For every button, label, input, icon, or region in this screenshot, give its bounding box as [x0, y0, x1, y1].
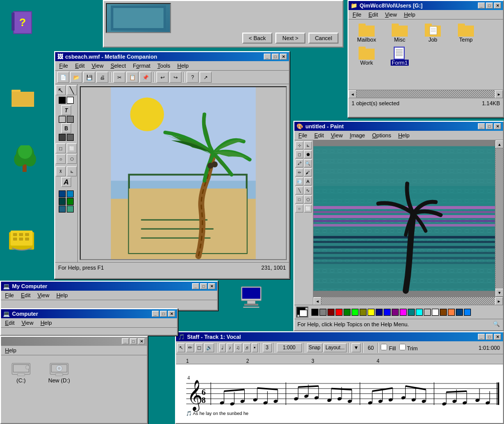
staff-snap-btn[interactable]: Snap [307, 343, 322, 352]
mc1-menu-help[interactable]: Help [53, 292, 71, 299]
mc1-menu-view[interactable]: View [35, 292, 53, 299]
paint-menu-help[interactable]: Help [395, 132, 413, 139]
mc3-menu-help[interactable]: Help [2, 347, 20, 354]
bg-color[interactable] [299, 310, 307, 317]
scroll-left-btn2[interactable]: ◄ [313, 297, 321, 305]
mycomputer2-minimize-btn[interactable]: _ [152, 311, 159, 317]
paint-tool-curve[interactable]: ∿ [304, 186, 312, 194]
staff-btn-dot[interactable]: • [252, 343, 258, 352]
fm-item-misc[interactable]: Misc [385, 23, 415, 43]
mc2-menu-help[interactable]: Help [38, 319, 55, 326]
tool-rect[interactable]: □ [56, 143, 66, 153]
toolbar-copy[interactable]: 📋 [126, 72, 138, 83]
staff-tool-pencil[interactable]: ✏ [186, 343, 194, 352]
toolbar-paste[interactable]: 📌 [139, 72, 151, 83]
staff-tool-eraser[interactable]: ◻ [195, 343, 203, 352]
setup-next-button[interactable]: Next > [275, 33, 305, 44]
mycomputer1-maximize-btn[interactable]: □ [200, 283, 207, 289]
paint-titlebar[interactable]: 🎨 untitled - Paint _ □ ✕ [294, 122, 503, 131]
mycomputer2-close-btn[interactable]: ✕ [168, 311, 175, 317]
scroll-right-btn2[interactable]: ► [495, 297, 503, 305]
swatch-olive[interactable] [360, 309, 367, 316]
toolbar-print[interactable]: 🖨 [96, 72, 108, 83]
desktop-icon-book[interactable]: ? [5, 10, 40, 35]
swatch-silver[interactable] [424, 309, 431, 316]
toolbar-help[interactable]: ? [187, 72, 199, 83]
paint-scrollbar-h[interactable]: ◄ ► [313, 297, 503, 305]
drive-c-icon[interactable]: (C:) [6, 360, 36, 383]
metafile-maximize-btn[interactable]: □ [272, 54, 279, 60]
swatch-navy[interactable] [376, 309, 383, 316]
swatch-skyblue[interactable] [464, 309, 471, 316]
fm-item-mailbox[interactable]: Mailbox [352, 23, 382, 43]
fm-item-job[interactable]: Job [418, 23, 448, 43]
toolbar-cut[interactable]: ✂ [113, 72, 125, 83]
swatch-black2[interactable] [311, 309, 318, 316]
desktop-icon-tree[interactable] [8, 145, 43, 173]
mycomputer2-titlebar[interactable]: 💻 Computer _ □ ✕ [1, 309, 177, 318]
swatch-fuchsia[interactable] [400, 309, 407, 316]
tool-poly[interactable]: ⬡ [67, 154, 77, 164]
staff-trim-checkbox[interactable] [399, 344, 406, 350]
tool-line[interactable]: ╲ [67, 85, 77, 95]
swatch-blue1[interactable] [59, 190, 66, 197]
swatch-blue2[interactable] [384, 309, 391, 316]
scroll-left-btn[interactable]: ◄ [349, 90, 357, 98]
staff-tool-arrow[interactable]: ↖ [177, 343, 185, 352]
fm-menu-help[interactable]: Help [401, 11, 418, 18]
mc1-menu-edit[interactable]: Edit [18, 292, 34, 299]
toolbar-open[interactable]: 📂 [70, 72, 82, 83]
swatch-yellow[interactable] [368, 309, 375, 316]
toolbar-save[interactable]: 💾 [83, 72, 95, 83]
tool-select[interactable]: ⊼ [56, 166, 66, 176]
swatch-red[interactable] [335, 309, 343, 316]
swatch-brown[interactable] [440, 309, 447, 316]
scroll-up-btn[interactable]: ▲ [495, 140, 503, 148]
swatch-dark2[interactable] [67, 134, 74, 141]
staff-close-btn[interactable]: ✕ [494, 334, 501, 340]
paint-tool-eyedrop[interactable]: 🖍 [295, 159, 303, 167]
swatch-orange[interactable] [448, 309, 455, 316]
fm-minimize-btn[interactable]: _ [478, 3, 485, 9]
paint-tool-lasso[interactable]: ⊾ [304, 141, 312, 149]
mycomputer3-titlebar[interactable]: _ □ ✕ [1, 337, 147, 346]
swatch-darkgray[interactable] [319, 309, 326, 316]
staff-titlebar[interactable]: 🎵 Staff - Track 1: Vocal _ □ ✕ [176, 332, 503, 341]
mc2-menu-view[interactable]: View [19, 319, 37, 326]
swatch-cyan[interactable] [416, 309, 423, 316]
mycomputer1-minimize-btn[interactable]: _ [192, 283, 199, 289]
mycomputer1-close-btn[interactable]: ✕ [208, 283, 215, 289]
setup-cancel-button[interactable]: Cancel [308, 33, 339, 44]
paint-menu-file[interactable]: File [295, 132, 310, 139]
tool-text-t[interactable]: T [61, 105, 71, 115]
tool-rounded-rect[interactable]: ⬜ [67, 143, 77, 153]
paint-color-picker[interactable] [296, 307, 308, 318]
tool-text-a[interactable]: A [61, 177, 71, 187]
menu-edit[interactable]: Edit [72, 62, 88, 69]
paint-tool-airbrush[interactable]: 💨 [295, 177, 303, 185]
paint-tool-zoom[interactable]: 🔍 [304, 159, 312, 167]
paint-menu-edit[interactable]: Edit [311, 132, 327, 139]
fm-item-form1[interactable]: Form1 [385, 46, 415, 66]
paint-menu-options[interactable]: Options [369, 132, 394, 139]
staff-tool-speaker[interactable]: 🔊 [204, 343, 214, 352]
staff-btn-note1[interactable]: ♩ [219, 343, 226, 352]
menu-tools[interactable]: Tools [154, 62, 174, 69]
swatch-darkblue[interactable] [456, 309, 463, 316]
menu-help[interactable]: Help [175, 62, 192, 69]
mycomputer3-minimize-btn[interactable]: _ [122, 338, 129, 344]
menu-view[interactable]: View [89, 62, 107, 69]
metafile-canvas[interactable] [80, 86, 287, 260]
paint-tool-pencil[interactable]: ✏ [295, 168, 303, 176]
tool-ellipse[interactable]: ○ [56, 154, 66, 164]
swatch-teal2[interactable] [67, 205, 74, 213]
paint-close-btn[interactable]: ✕ [494, 123, 501, 129]
paint-tool-rrect[interactable]: ⬜ [304, 204, 312, 213]
swatch-lime[interactable] [352, 309, 359, 316]
staff-fill-checkbox[interactable] [381, 344, 387, 350]
tool-arrow[interactable]: ↖ [56, 85, 66, 95]
swatch-blue2[interactable] [67, 190, 74, 197]
metafile-close-btn[interactable]: ✕ [280, 54, 287, 60]
drive-d-icon[interactable]: New (D:) [44, 360, 74, 383]
swatch-purple[interactable] [392, 309, 399, 316]
